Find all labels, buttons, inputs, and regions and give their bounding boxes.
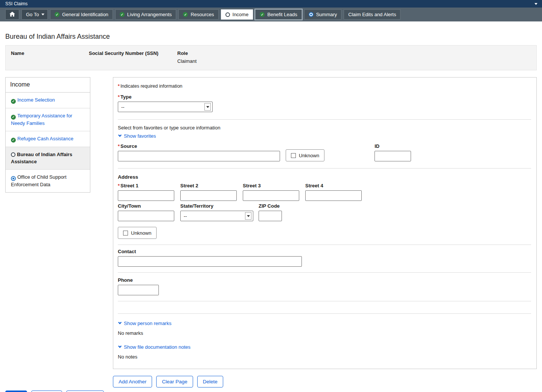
check-icon [11, 115, 16, 120]
favorites-hint: Select from favorites or type source inf… [118, 125, 531, 131]
radio-circle-icon [11, 152, 15, 157]
state-label: State/Territory [180, 203, 253, 209]
app-title: SSI Claims [5, 1, 27, 6]
show-favorites-link[interactable]: Show favorites [118, 133, 156, 139]
ssn-column: Social Security Number (SSN) [89, 50, 177, 64]
go-to-button[interactable]: Go To [21, 9, 48, 20]
bia-assistance-form: *Indicates required information *Type --… [113, 77, 537, 369]
next-button[interactable]: Next [5, 390, 27, 392]
check-icon [55, 12, 59, 17]
required-note-text: Indicates required information [120, 84, 183, 89]
street2-input[interactable] [180, 190, 237, 201]
tab-claim-edits-and-alerts[interactable]: Claim Edits and Alerts [344, 9, 400, 20]
delete-button[interactable]: Delete [197, 376, 223, 387]
street2-label: Street 2 [180, 183, 237, 188]
check-icon [11, 99, 16, 104]
contact-label: Contact [118, 249, 531, 254]
zip-label: ZIP Code [259, 203, 282, 209]
page-navigation-row: Next Previous Save & Exit [5, 390, 537, 392]
income-sidebar: Income Income Selection Temporary Assist… [5, 77, 90, 193]
previous-button[interactable]: Previous [31, 390, 62, 392]
no-notes-text: No notes [118, 354, 531, 360]
phone-input[interactable] [118, 285, 159, 295]
type-select[interactable]: -- [118, 102, 213, 112]
tab-income[interactable]: Income [221, 9, 253, 20]
sidebar-item-refugee-cash-assistance[interactable]: Refugee Cash Assistance [6, 131, 90, 147]
sidebar-item-bia-assistance[interactable]: Bureau of Indian Affairs Assistance [6, 147, 90, 170]
source-unknown-checkbox[interactable]: Unknown [286, 149, 324, 161]
sidebar-item-label: Bureau of Indian Affairs Assistance [11, 152, 72, 164]
street3-field: Street 3 [243, 183, 299, 201]
checkbox-icon [123, 231, 128, 236]
divider [118, 168, 531, 169]
address-city-row: City/Town State/Territory -- ZIP Code [118, 203, 531, 221]
state-field: State/Territory -- [180, 203, 253, 221]
address-unknown-checkbox[interactable]: Unknown [118, 227, 157, 239]
unknown-label: Unknown [131, 230, 151, 236]
id-field: ID [375, 143, 411, 161]
city-field: City/Town [118, 203, 174, 221]
divider [118, 313, 531, 314]
street3-input[interactable] [243, 190, 299, 201]
clear-page-button[interactable]: Clear Page [156, 376, 193, 387]
in-progress-icon [11, 176, 16, 181]
tab-benefit-leads[interactable]: Benefit Leads [255, 9, 302, 20]
sidebar-item-tanf[interactable]: Temporary Assistance for Needy Families [6, 108, 90, 131]
required-note: *Indicates required information [118, 84, 531, 89]
save-and-exit-button[interactable]: Save & Exit [66, 390, 104, 392]
required-asterisk: * [118, 94, 120, 100]
state-select-value: -- [184, 213, 187, 219]
street2-field: Street 2 [180, 183, 237, 201]
show-person-remarks-link[interactable]: Show person remarks [118, 321, 171, 326]
required-asterisk: * [118, 143, 120, 149]
tab-label: Resources [190, 12, 214, 17]
contact-input[interactable] [118, 256, 302, 267]
chevron-down-icon [118, 344, 122, 350]
city-label: City/Town [118, 203, 174, 209]
state-select[interactable]: -- [180, 211, 253, 221]
name-label: Name [11, 50, 89, 56]
caret-down-icon [41, 14, 44, 15]
check-icon [260, 12, 265, 17]
address-label: Address [118, 174, 531, 180]
show-file-documentation-notes-link[interactable]: Show file documentation notes [118, 344, 190, 350]
tab-label: Benefit Leads [267, 12, 297, 17]
check-icon [120, 12, 125, 17]
tab-summary[interactable]: Summary [304, 9, 342, 20]
zip-input[interactable] [259, 211, 282, 221]
app-menu-caret-icon[interactable] [534, 3, 537, 5]
sidebar-title: Income [6, 77, 90, 93]
source-field: *Source [118, 143, 280, 161]
check-icon [11, 138, 16, 143]
tab-label: Claim Edits and Alerts [348, 12, 396, 17]
street4-input[interactable] [305, 190, 362, 201]
sidebar-item-label: Refugee Cash Assistance [17, 136, 73, 141]
tab-resources[interactable]: Resources [178, 9, 218, 20]
city-input[interactable] [118, 211, 174, 221]
tab-living-arrangements[interactable]: Living Arrangements [115, 9, 177, 20]
id-input[interactable] [375, 151, 411, 161]
home-icon [9, 12, 15, 18]
street4-field: Street 4 [305, 183, 362, 201]
source-row: *Source Unknown ID [118, 143, 531, 161]
divider [118, 301, 531, 301]
home-button[interactable] [5, 9, 19, 20]
source-input[interactable] [118, 151, 280, 161]
source-label: *Source [118, 143, 280, 149]
ssn-label: Social Security Number (SSN) [89, 50, 177, 56]
unknown-label: Unknown [299, 153, 319, 158]
sidebar-item-income-selection[interactable]: Income Selection [6, 93, 90, 108]
required-asterisk: * [118, 183, 120, 188]
sidebar-item-ocse-data[interactable]: Office of Child Support Enforcement Data [6, 170, 90, 192]
divider [118, 245, 531, 245]
add-another-button[interactable]: Add Another [113, 376, 152, 387]
select-arrow-icon [204, 103, 211, 111]
street1-input[interactable] [118, 190, 174, 201]
radio-circle-icon [225, 12, 230, 17]
street1-field: *Street 1 [118, 183, 174, 201]
go-to-label: Go To [26, 12, 39, 17]
tab-general-identification[interactable]: General Identification [50, 9, 113, 20]
type-select-value: -- [121, 104, 125, 110]
street3-label: Street 3 [243, 183, 299, 188]
street4-label: Street 4 [305, 183, 362, 188]
